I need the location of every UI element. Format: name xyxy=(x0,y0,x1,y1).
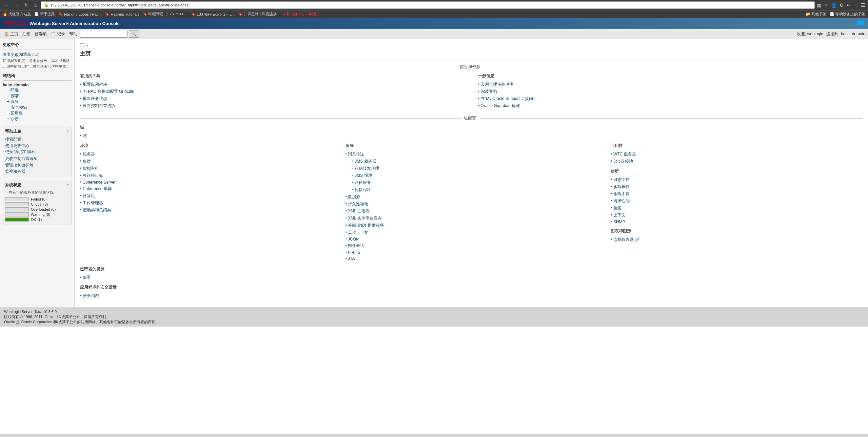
logout-btn[interactable]: 注销 xyxy=(21,30,32,38)
link-coherence-cluster[interactable]: Coherence 集群 xyxy=(80,186,332,192)
minimize-btn[interactable]: □ xyxy=(67,129,69,133)
link-servers[interactable]: 服务器 xyxy=(80,151,332,157)
preferences-btn[interactable]: 首选项 xyxy=(33,30,48,38)
help-record-wlst[interactable]: 记录 WLST 脚本 xyxy=(5,149,69,155)
useful-tools-col: 有用的工具 配置应用程序 为 RAC 数据源配置 GridLink 最新任务状态… xyxy=(80,73,465,110)
tree-interop: +-互用性 xyxy=(3,110,72,116)
link-persistent-store[interactable]: 持久性存储 xyxy=(346,201,597,207)
link-monitoring-dashboard[interactable]: 监视仪表盘 🔗 xyxy=(611,237,863,243)
star-icon[interactable]: ☆ xyxy=(824,2,828,8)
link-request-perf[interactable]: 请求性能 xyxy=(611,198,863,204)
link-mail-session[interactable]: 邮件会话 xyxy=(346,243,597,249)
oracle-logo: ORACLE xyxy=(4,20,27,26)
link-datasource[interactable]: 数据源 xyxy=(346,194,597,200)
link-domain[interactable]: 域 xyxy=(80,133,863,139)
link-wtc[interactable]: WTC 服务器 xyxy=(611,151,863,157)
menu-icon[interactable]: ☰ xyxy=(861,2,865,8)
link-file-t3[interactable]: File T3 xyxy=(346,250,597,255)
link-jms-server[interactable]: JMS 服务器 xyxy=(346,159,597,164)
search-input[interactable] xyxy=(80,31,127,38)
tree-services-link[interactable]: 服务 xyxy=(11,99,19,104)
link-diag-module[interactable]: 诊断模块 xyxy=(611,184,863,190)
link-xml-registry[interactable]: XML 注册表 xyxy=(346,208,597,214)
help-search-config[interactable]: 搜索配置 xyxy=(5,136,69,143)
link-log-files[interactable]: 日志文件 xyxy=(611,177,863,183)
bookmark-item[interactable]: 🔖 1337day-Exploits – L... xyxy=(191,12,235,16)
bookmark-item[interactable]: 🔥 火狐官方站点 xyxy=(3,12,31,17)
home-button[interactable]: ⌂ xyxy=(33,2,39,8)
refresh-button[interactable]: ↻ xyxy=(23,2,31,8)
status-minimize-btn[interactable]: □ xyxy=(67,183,69,187)
link-coherence-server[interactable]: Coherence Server xyxy=(80,180,332,185)
link-path-service[interactable]: 路径服务 xyxy=(346,180,597,186)
link-jms-module[interactable]: JMS 模块 xyxy=(346,173,597,179)
link-security-realms[interactable]: 安全领域 xyxy=(80,293,863,299)
help-monitor-servers[interactable]: 监视服务器 xyxy=(5,168,69,175)
link-machines[interactable]: 计算机 xyxy=(80,193,332,199)
link-startup-shutdown[interactable]: 启动类和关闭类 xyxy=(80,207,332,213)
tree-root: base_domain +-环境 部署 +-服务 安全领域 +-互用性 xyxy=(3,83,72,122)
help-manage-extensions[interactable]: 管理控制台扩展 xyxy=(5,162,69,168)
mobile-bookmarks[interactable]: 📄 移动设备上的书签 xyxy=(830,12,865,17)
tree-interop-link[interactable]: 互用性 xyxy=(11,110,23,116)
back-arrow-icon[interactable]: ↩ xyxy=(847,2,851,8)
link-config-app[interactable]: 配置应用程序 xyxy=(80,82,465,87)
search-button[interactable]: 🔍 xyxy=(129,30,139,38)
help-btn[interactable]: 帮助 xyxy=(68,30,79,38)
help-change-console-prefs[interactable]: 更改控制台首选项 xyxy=(5,155,69,162)
link-jta[interactable]: JTA xyxy=(346,256,597,261)
back-button[interactable]: ← xyxy=(3,2,11,8)
link-snmp[interactable]: SNMP xyxy=(611,220,863,224)
link-xml-entity-cache[interactable]: XML 实体高速缓存 xyxy=(346,215,597,221)
link-console-prefs[interactable]: 设置控制台首选项 xyxy=(80,103,465,109)
link-admin-tasks[interactable]: 常用管理任务说明 xyxy=(478,82,863,87)
link-deployments[interactable]: 部署 xyxy=(80,275,863,280)
forward-button[interactable]: → xyxy=(13,2,21,8)
bookmark-item[interactable]: 🔖 Hacking Tutorials xyxy=(105,12,139,16)
link-store-forward[interactable]: 存储转发代理 xyxy=(346,166,597,171)
link-read-docs[interactable]: 阅读文档 xyxy=(478,89,863,95)
link-archives[interactable]: 档案 xyxy=(611,205,863,211)
link-context[interactable]: 上下文 xyxy=(611,212,863,218)
link-diag-image[interactable]: 诊断图像 xyxy=(611,191,863,197)
link-jolt[interactable]: Jolt 连接池 xyxy=(611,159,863,164)
link-external-jndi[interactable]: 外部 JNDI 提供程序 xyxy=(346,223,597,228)
extensions-icon[interactable]: ⚙ xyxy=(840,2,844,8)
tree-security-link[interactable]: 安全领域 xyxy=(11,105,27,110)
other-bookmarks[interactable]: 📁 其他书签 xyxy=(806,12,826,17)
tree-expand-interop[interactable]: + xyxy=(7,111,9,116)
link-virtual-hosts[interactable]: 虚拟主机 xyxy=(80,166,332,171)
tree-diag-link[interactable]: 诊断 xyxy=(11,116,19,122)
link-messaging[interactable]: 消息传送 xyxy=(346,151,597,157)
link-task-status[interactable]: 最新任务状态 xyxy=(80,96,465,102)
bookmark-item[interactable]: 🔖 知识星球 | 深度连接... xyxy=(238,12,280,17)
record-btn[interactable]: 📋 记录 xyxy=(50,30,66,38)
fullscreen-icon[interactable]: ⛶ xyxy=(853,2,858,8)
address-bar[interactable]: 🔒 192.168.41.132:7001/console/console.po… xyxy=(41,1,815,9)
link-bridge[interactable]: 桥接程序 xyxy=(346,187,597,193)
bookmark-item[interactable]: 🔖 哔哩哔哩（*´-`）つロ ... xyxy=(143,12,188,17)
link-work-managers[interactable]: 工作管理器 xyxy=(80,200,332,206)
link-migratable-targets[interactable]: 可迁移目标 xyxy=(80,173,332,179)
deployed-resources-row: 已部署的资源 部署 xyxy=(80,266,863,280)
help-use-change-center[interactable]: 使用更改中心 xyxy=(5,143,69,149)
bookmark-item[interactable]: ● 私ははいしゃ敗者で... xyxy=(283,12,323,17)
view-changes-link[interactable]: 查看更改和重新启动 xyxy=(3,51,72,58)
link-clusters[interactable]: 集群 xyxy=(80,159,332,164)
link-work-context[interactable]: 工作上下文 xyxy=(346,230,597,235)
user-icon[interactable]: 👤 xyxy=(831,2,837,8)
tree-expand-diag[interactable]: + xyxy=(7,117,9,121)
tree-deploy-link[interactable]: 部署 xyxy=(11,93,19,99)
link-rac-gridlink[interactable]: 为 RAC 数据源配置 GridLink xyxy=(80,89,465,95)
section-line-right xyxy=(485,67,863,67)
home-nav-btn[interactable]: 🏠 主页 xyxy=(3,30,20,38)
grid-icon[interactable]: ▦ xyxy=(817,2,821,8)
tree-env-link[interactable]: 环境 xyxy=(11,87,19,93)
link-jcom[interactable]: JCOM xyxy=(346,237,597,242)
tree-expand-services[interactable]: + xyxy=(7,99,9,104)
tree-expand-env[interactable]: + xyxy=(7,88,9,92)
link-oracle-support[interactable]: 在 My Oracle Support 上提问 xyxy=(478,96,863,102)
bookmark-item[interactable]: 📄 新手上路 xyxy=(34,12,55,17)
bookmark-item[interactable]: 🔖 Hacking Loops | Hac... xyxy=(58,12,101,16)
link-oracle-guardian[interactable]: Oracle Guardian 概览 xyxy=(478,103,863,109)
